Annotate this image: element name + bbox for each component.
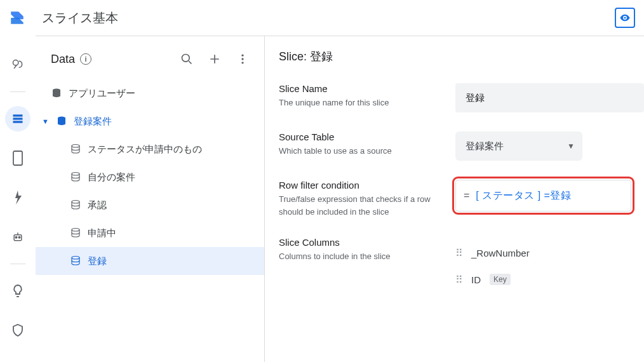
slice-icon [70,171,81,183]
slice-label: 登録 [88,255,107,267]
svg-rect-5 [13,151,22,165]
svg-point-1 [13,60,18,65]
column-item[interactable]: ⠿_RowNumber [455,239,644,266]
source-table-desc: Which table to use as a source [279,145,443,158]
equals-icon: = [464,190,469,201]
slice-name-input[interactable]: 登録 [455,83,644,112]
rail-automation-icon[interactable] [5,224,30,250]
data-panel-title: Data [51,53,75,66]
rail-actions-icon[interactable] [5,185,30,210]
preview-button[interactable] [615,8,635,28]
slice-columns-label: Slice Columns [279,237,443,248]
slice-icon [70,144,81,155]
svg-point-16 [72,173,79,176]
svg-point-7 [15,237,17,239]
more-icon[interactable] [231,48,254,70]
table-label: 登録案件 [74,116,112,128]
table-item[interactable]: アプリユーザー [36,79,264,107]
slice-columns-list: ⠿_RowNumber⠿IDKey [455,237,644,293]
svg-rect-2 [13,114,23,116]
add-icon[interactable] [203,48,226,70]
row-filter-label: Row filter condition [279,180,443,191]
table-item-expanded[interactable]: ▼ 登録案件 [36,107,264,135]
svg-point-9 [182,55,190,62]
slice-item[interactable]: ステータスが申請中のもの [36,135,264,163]
svg-rect-3 [13,117,23,119]
svg-point-17 [72,201,79,204]
svg-point-15 [72,145,79,148]
slice-icon [70,199,81,211]
slice-name-desc: The unique name for this slice [279,97,443,109]
slice-item[interactable]: 自分の案件 [36,163,264,191]
slice-label: 申請中 [88,227,116,239]
info-icon[interactable]: i [80,53,91,65]
source-table-label: Source Table [279,131,443,142]
slice-item[interactable]: 申請中 [36,219,264,247]
svg-point-19 [72,257,79,260]
slice-icon [70,227,81,239]
slice-label: 承認 [88,199,107,211]
rail-data-icon[interactable] [5,106,30,131]
source-table-select[interactable]: 登録案件 ▼ [455,131,582,161]
app-title: スライス基本 [42,10,118,27]
rail-security-icon[interactable] [5,318,30,343]
data-panel: Data i アプリユーザー ▼ [36,36,264,362]
caret-down-icon: ▼ [42,117,50,125]
left-nav-rail [0,36,36,362]
database-icon [51,88,62,99]
slice-detail-panel: Slice: 登録 Slice Name The unique name for… [264,36,644,362]
svg-rect-4 [13,121,23,123]
drag-handle-icon[interactable]: ⠿ [455,247,462,259]
slice-icon [70,255,81,267]
svg-point-12 [241,62,243,64]
top-header: スライス基本 [0,0,644,36]
slice-item[interactable]: 登録 [36,247,264,275]
slice-label: ステータスが申請中のもの [88,144,202,156]
svg-point-0 [624,17,626,19]
slice-title: Slice: 登録 [279,49,644,64]
row-filter-desc: True/false expression that checks if a r… [279,193,443,218]
column-name: ID [471,274,481,285]
chevron-down-icon: ▼ [567,142,575,151]
rail-views-icon[interactable] [5,145,30,171]
rail-home-icon[interactable] [5,52,30,77]
rail-intelligence-icon[interactable] [5,278,30,304]
slice-name-label: Slice Name [279,83,443,94]
slice-label: 自分の案件 [88,171,135,184]
column-name: _RowNumber [471,248,530,258]
main-area: Data i アプリユーザー ▼ [0,36,644,362]
row-filter-expression[interactable]: = [ ステータス ] =登録 [455,180,631,211]
slice-item[interactable]: 承認 [36,191,264,219]
svg-point-8 [18,237,20,239]
appsheet-logo-icon [9,10,25,26]
database-icon [56,116,67,127]
table-label: アプリユーザー [69,88,135,100]
data-tree: アプリユーザー ▼ 登録案件 ステータスが申請中のもの自分の案件承認申請中登録 [36,79,264,275]
column-item[interactable]: ⠿IDKey [455,266,644,293]
drag-handle-icon[interactable]: ⠿ [455,274,462,286]
svg-point-11 [241,58,243,60]
search-icon[interactable] [175,48,198,70]
key-badge: Key [490,274,511,285]
svg-point-10 [241,55,243,57]
svg-point-18 [72,229,79,232]
slice-columns-desc: Columns to include in the slice [279,250,443,263]
